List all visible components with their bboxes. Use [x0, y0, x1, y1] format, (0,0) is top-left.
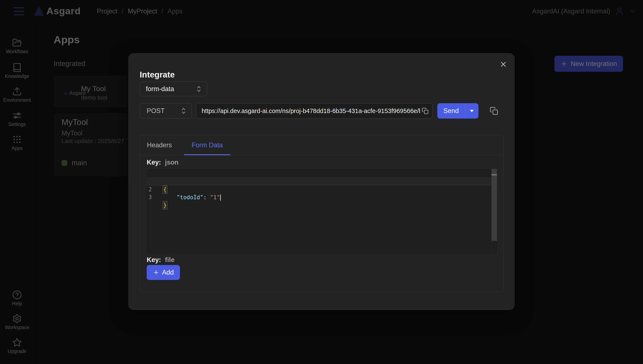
send-button[interactable]: Send: [437, 103, 465, 118]
text-cursor: [220, 194, 221, 201]
scrollbar-cursor-marker: [492, 174, 497, 176]
integrate-modal: Integrate form-data POST Send: [128, 53, 514, 310]
copy-url-icon[interactable]: [422, 108, 428, 114]
tab-label: Headers: [147, 141, 172, 149]
send-button-group: Send: [437, 103, 478, 118]
send-label: Send: [443, 107, 458, 115]
plus-icon: [153, 269, 159, 276]
request-url-field: [196, 103, 433, 118]
tabs-row: Headers Form Data: [140, 135, 504, 155]
close-icon[interactable]: [498, 59, 509, 70]
request-config-panel: Headers Form Data Key: json 1 { 2 "todoI…: [140, 135, 504, 292]
key-name: json: [165, 158, 179, 166]
copy-request-icon[interactable]: [489, 106, 499, 116]
close-brace: }: [163, 202, 167, 208]
active-tab-indicator: [184, 154, 230, 155]
add-label: Add: [162, 269, 174, 276]
key-prefix: Key:: [147, 256, 161, 264]
request-url-input[interactable]: [196, 104, 422, 118]
code-line-3: 3 }: [147, 186, 497, 193]
json-code-editor[interactable]: 1 { 2 "todoId": "1" 3 }: [147, 169, 497, 254]
json-value-token: "1": [210, 194, 220, 200]
send-options-button[interactable]: [465, 103, 478, 118]
tab-label: Form Data: [192, 141, 223, 149]
body-type-value: form-data: [146, 85, 196, 93]
body-type-select[interactable]: form-data: [140, 82, 207, 96]
chevron-updown-icon: [196, 85, 202, 92]
modal-title: Integrate: [140, 70, 175, 80]
tab-headers[interactable]: Headers: [147, 135, 172, 155]
caret-down-icon: [470, 110, 474, 112]
key-prefix: Key:: [147, 158, 161, 166]
tab-form-data[interactable]: Form Data: [192, 135, 223, 155]
editor-scrollbar[interactable]: [492, 169, 497, 241]
form-field-key-json: Key: json: [147, 158, 179, 166]
code-line-1: 1 {: [147, 170, 497, 178]
line-number: 3: [147, 193, 152, 201]
json-key-token: "todoId": [177, 194, 203, 200]
form-field-key-file: Key: file: [147, 256, 174, 264]
chevron-updown-icon: [181, 107, 186, 114]
key-name: file: [165, 256, 174, 264]
http-method-value: POST: [147, 107, 181, 115]
http-method-select[interactable]: POST: [140, 103, 192, 118]
colon-token: :: [203, 194, 210, 200]
code-line-2-current: 2 "todoId": "1": [147, 178, 497, 186]
add-file-button[interactable]: Add: [147, 265, 180, 280]
